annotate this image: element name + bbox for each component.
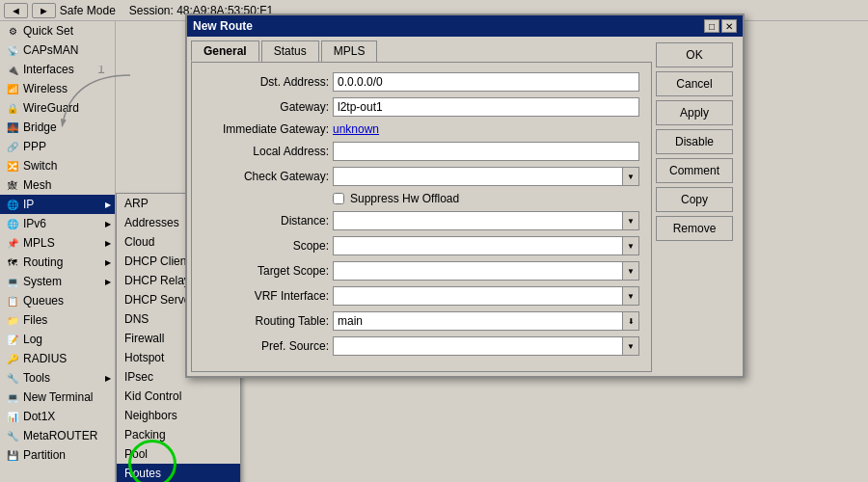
sidebar-item-switch[interactable]: 🔀 Switch bbox=[0, 156, 115, 175]
dst-address-input[interactable] bbox=[333, 72, 639, 92]
pref-source-dropdown-wrapper: ▼ bbox=[333, 336, 639, 356]
sidebar-item-system[interactable]: 💻 System ▶ bbox=[0, 272, 115, 291]
distance-dropdown-btn[interactable]: ▼ bbox=[622, 211, 639, 230]
local-address-input[interactable] bbox=[333, 142, 639, 161]
comment-button[interactable]: Comment bbox=[656, 158, 733, 183]
mesh-icon: 🕸 bbox=[6, 178, 19, 192]
routing-table-label: Routing Table: bbox=[203, 314, 329, 328]
distance-label: Distance: bbox=[203, 214, 329, 228]
sidebar-item-ppp[interactable]: 🔗 PPP bbox=[0, 137, 115, 156]
ip-submenu-routes[interactable]: Routes bbox=[117, 464, 240, 482]
target-scope-dropdown-btn[interactable]: ▼ bbox=[622, 261, 639, 281]
sidebar-item-tools[interactable]: 🔧 Tools ▶ bbox=[0, 368, 115, 388]
tab-general[interactable]: General bbox=[191, 40, 259, 62]
ip-submenu-packing[interactable]: Packing bbox=[117, 425, 240, 444]
copy-button[interactable]: Copy bbox=[656, 187, 733, 212]
sidebar-item-partition[interactable]: 💾 Partition bbox=[0, 445, 115, 465]
ip-submenu-kidcontrol[interactable]: Kid Control bbox=[117, 387, 240, 406]
check-gateway-label: Check Gateway: bbox=[203, 170, 329, 183]
sidebar-item-files[interactable]: 📁 Files bbox=[0, 310, 115, 330]
target-scope-label: Target Scope: bbox=[203, 264, 329, 278]
apply-button[interactable]: Apply bbox=[656, 100, 733, 125]
dialog-maximize-button[interactable]: □ bbox=[704, 19, 719, 33]
ip-submenu-neighbors[interactable]: Neighbors bbox=[117, 406, 240, 425]
quickset-icon: ⚙ bbox=[6, 24, 19, 38]
metarouter-icon: 🔧 bbox=[6, 429, 19, 442]
dialog-title: New Route bbox=[193, 19, 253, 33]
check-gateway-row: Check Gateway: ▼ bbox=[203, 167, 639, 186]
check-gateway-dropdown-btn[interactable]: ▼ bbox=[622, 167, 639, 186]
vrf-interface-row: VRF Interface: ▼ bbox=[203, 286, 639, 306]
sidebar-item-wireless[interactable]: 📶 Wireless bbox=[0, 79, 115, 98]
sidebar-item-routing[interactable]: 🗺 Routing ▶ bbox=[0, 253, 115, 272]
sidebar-item-mesh[interactable]: 🕸 Mesh bbox=[0, 175, 115, 195]
safe-mode-label: Safe Mode bbox=[60, 4, 116, 17]
routing-table-dropdown-wrapper: ⬇ bbox=[333, 311, 639, 331]
sidebar-item-ipv6[interactable]: 🌐 IPv6 ▶ bbox=[0, 214, 115, 233]
ok-button[interactable]: OK bbox=[656, 42, 733, 67]
tab-mpls[interactable]: MPLS bbox=[321, 40, 378, 62]
queues-icon: 📋 bbox=[6, 294, 19, 308]
vrf-interface-dropdown-btn[interactable]: ▼ bbox=[622, 286, 639, 306]
tab-status[interactable]: Status bbox=[261, 40, 319, 62]
sidebar-item-wireguard[interactable]: 🔒 WireGuard bbox=[0, 98, 115, 118]
ipv6-icon: 🌐 bbox=[6, 217, 19, 230]
forward-button[interactable]: ► bbox=[32, 3, 56, 18]
gateway-input[interactable] bbox=[333, 97, 639, 117]
routing-arrow: ▶ bbox=[105, 258, 111, 267]
terminal-icon: 💻 bbox=[6, 390, 19, 404]
sidebar-item-mpls[interactable]: 📌 MPLS ▶ bbox=[0, 233, 115, 253]
sidebar-item-newterminal[interactable]: 💻 New Terminal bbox=[0, 388, 115, 407]
partition-icon: 💾 bbox=[6, 448, 19, 462]
dialog-action-buttons: OK Cancel Apply Disable Comment Copy Rem… bbox=[656, 37, 743, 376]
dst-address-row: Dst. Address: bbox=[203, 72, 639, 92]
dialog-left: General Status MPLS Dst. Address: Gatewa… bbox=[187, 37, 656, 376]
ip-icon: 🌐 bbox=[6, 198, 19, 211]
switch-icon: 🔀 bbox=[6, 159, 19, 173]
sidebar-item-ip[interactable]: 🌐 IP ▶ bbox=[0, 195, 115, 214]
immediate-gateway-link[interactable]: unknown bbox=[333, 122, 379, 136]
scope-dropdown-btn[interactable]: ▼ bbox=[622, 236, 639, 255]
sidebar-item-quickset[interactable]: ⚙ Quick Set bbox=[0, 21, 115, 40]
remove-button[interactable]: Remove bbox=[656, 216, 733, 241]
cancel-button[interactable]: Cancel bbox=[656, 71, 733, 96]
new-route-dialog: New Route □ ✕ General Status MPLS Dst. A… bbox=[185, 13, 745, 378]
sidebar-item-metarouter[interactable]: 🔧 MetaROUTER bbox=[0, 426, 115, 445]
check-gateway-dropdown-wrapper: ▼ bbox=[333, 167, 639, 186]
sidebar-item-radius[interactable]: 🔑 RADIUS bbox=[0, 349, 115, 368]
target-scope-input[interactable] bbox=[333, 261, 622, 281]
suppress-hw-checkbox[interactable] bbox=[333, 193, 344, 204]
system-icon: 💻 bbox=[6, 275, 19, 288]
pref-source-dropdown-btn[interactable]: ▼ bbox=[622, 336, 639, 356]
sidebar-item-dot1x[interactable]: 📊 Dot1X bbox=[0, 407, 115, 426]
dialog-close-button[interactable]: ✕ bbox=[721, 19, 737, 33]
scope-row: Scope: ▼ bbox=[203, 236, 639, 255]
sidebar-item-interfaces[interactable]: 🔌 Interfaces bbox=[0, 60, 115, 79]
dst-address-label: Dst. Address: bbox=[203, 75, 329, 89]
sidebar-item-queues[interactable]: 📋 Queues bbox=[0, 291, 115, 310]
sidebar-item-log[interactable]: 📝 Log bbox=[0, 330, 115, 349]
sidebar-item-bridge[interactable]: 🌉 Bridge bbox=[0, 118, 115, 137]
interfaces-icon: 🔌 bbox=[6, 63, 19, 76]
scope-dropdown-wrapper: ▼ bbox=[333, 236, 639, 255]
check-gateway-input[interactable] bbox=[333, 167, 622, 186]
back-button[interactable]: ◄ bbox=[4, 3, 28, 18]
tools-icon: 🔧 bbox=[6, 371, 19, 385]
scope-label: Scope: bbox=[203, 239, 329, 253]
routing-table-dropdown-btn[interactable]: ⬇ bbox=[622, 311, 639, 331]
files-icon: 📁 bbox=[6, 313, 19, 327]
vrf-interface-dropdown-wrapper: ▼ bbox=[333, 286, 639, 306]
ip-submenu-pool[interactable]: Pool bbox=[117, 444, 240, 464]
immediate-gateway-label: Immediate Gateway: bbox=[203, 122, 329, 136]
sidebar-item-capsman[interactable]: 📡 CAPsMAN bbox=[0, 40, 115, 60]
pref-source-input[interactable] bbox=[333, 336, 622, 356]
suppress-hw-row: Suppress Hw Offload bbox=[203, 192, 639, 205]
scope-input[interactable] bbox=[333, 236, 622, 255]
routing-table-input[interactable] bbox=[333, 311, 622, 331]
log-icon: 📝 bbox=[6, 333, 19, 346]
disable-button[interactable]: Disable bbox=[656, 129, 733, 154]
pref-source-row: Pref. Source: ▼ bbox=[203, 336, 639, 356]
vrf-interface-input[interactable] bbox=[333, 286, 622, 306]
target-scope-row: Target Scope: ▼ bbox=[203, 261, 639, 281]
distance-input[interactable] bbox=[333, 211, 622, 230]
